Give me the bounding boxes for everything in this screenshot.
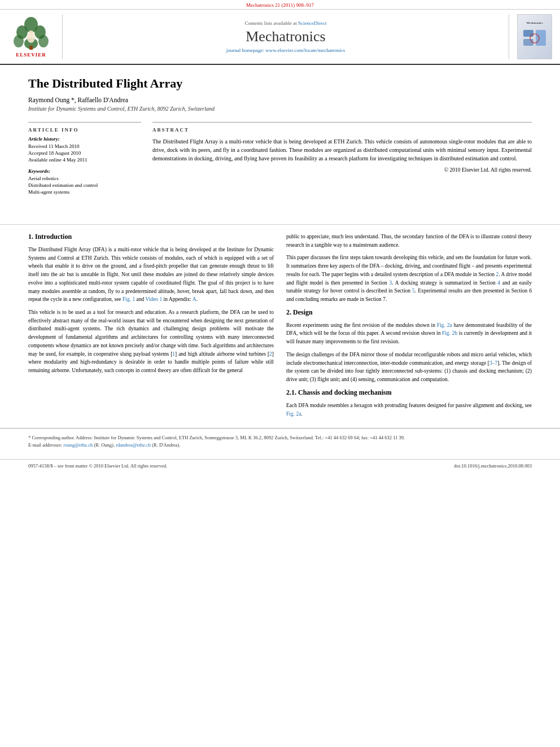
video1-link[interactable]: Video 1 bbox=[145, 296, 162, 302]
available-online-line: Available online 4 May 2011 bbox=[28, 157, 141, 163]
left-column: 1. Introduction The Distributed Flight A… bbox=[28, 233, 274, 422]
history-label: Article history: bbox=[28, 136, 141, 142]
fig1-link[interactable]: Fig. 1 bbox=[123, 296, 135, 302]
abstract-box: ABSTRACT The Distributed Flight Array is… bbox=[152, 122, 532, 196]
elsevier-brand-text: ELSEVIER bbox=[16, 52, 46, 58]
keyword-1: Aerial robotics bbox=[28, 176, 141, 181]
journal-header: ELSEVIER Contents lists available at Sci… bbox=[0, 10, 560, 65]
keyword-2: Distributed estimation and control bbox=[28, 182, 141, 188]
svg-rect-11 bbox=[536, 30, 546, 46]
doi-line: doi:10.1016/j.mechatronics.2010.08.003 bbox=[454, 463, 532, 469]
fig2a-link[interactable]: Fig. 2a bbox=[437, 322, 452, 328]
ref2-link[interactable]: 2 bbox=[269, 351, 272, 357]
email-roung[interactable]: roung@ethz.ch bbox=[63, 442, 93, 448]
chassis-section-title: 2.1. Chassis and docking mechanism bbox=[286, 388, 532, 397]
ref1-link[interactable]: 1 bbox=[172, 351, 175, 357]
article-body: The Distributed Flight Array Raymond Oun… bbox=[0, 65, 560, 216]
intro-paragraph-1: The Distributed Flight Array (DFA) is a … bbox=[28, 246, 274, 304]
abstract-text: The Distributed Flight Array is a multi-… bbox=[152, 137, 532, 163]
authors: Raymond Oung *, Raffaello D'Andrea bbox=[28, 97, 532, 103]
fig2b-link[interactable]: Fig. 2b bbox=[442, 330, 457, 336]
issn-line: 0957-4158/$ – see front matter © 2010 El… bbox=[28, 463, 167, 469]
journal-cover-image: Mechatronics bbox=[517, 14, 552, 59]
fig2a-chassis-link[interactable]: Fig. 2a bbox=[286, 411, 301, 417]
sec5-link[interactable]: 5 bbox=[412, 288, 415, 294]
design-paragraph-2: The design challenges of the DFA mirror … bbox=[286, 351, 532, 384]
elsevier-tree-icon bbox=[11, 16, 51, 50]
intro-paragraph-2: This vehicle is to be used as a tool for… bbox=[28, 308, 274, 375]
article-info-box: ARTICLE INFO Article history: Received 1… bbox=[28, 122, 141, 196]
journal-citation: Mechatronics 21 (2011) 908–917 bbox=[0, 0, 560, 10]
received-line: Received 11 March 2010 bbox=[28, 143, 141, 149]
sec2-link[interactable]: 2 bbox=[496, 272, 499, 277]
svg-point-8 bbox=[28, 30, 34, 36]
appendixa-link[interactable]: A bbox=[193, 296, 196, 302]
article-info-header: ARTICLE INFO bbox=[28, 127, 141, 133]
journal-title: Mechatronics bbox=[246, 28, 326, 45]
svg-point-3 bbox=[14, 35, 24, 47]
right-paragraph-1: public to appreciate, much less understa… bbox=[286, 233, 532, 249]
keywords-label: Keywords: bbox=[28, 168, 141, 174]
svg-rect-6 bbox=[29, 46, 33, 50]
ref3-7-link[interactable]: 3–7 bbox=[489, 360, 497, 366]
elsevier-logo: ELSEVIER bbox=[6, 14, 56, 59]
contents-available-line: Contents lists available at ScienceDirec… bbox=[245, 20, 327, 26]
journal-info-center: Contents lists available at ScienceDirec… bbox=[62, 14, 509, 59]
svg-rect-9 bbox=[523, 30, 533, 37]
footnote-star: * Corresponding author. Address: Institu… bbox=[28, 434, 532, 442]
sec4-link[interactable]: 4 bbox=[497, 280, 500, 286]
article-title: The Distributed Flight Array bbox=[28, 76, 532, 91]
section-divider bbox=[0, 224, 560, 225]
journal-homepage: journal homepage: www.elsevier.com/locat… bbox=[226, 47, 345, 53]
design-paragraph-1: Recent experiments using the first revis… bbox=[286, 321, 532, 346]
info-abstract-columns: ARTICLE INFO Article history: Received 1… bbox=[28, 122, 532, 196]
journal-thumbnail: Mechatronics bbox=[515, 14, 554, 59]
footnote-email: E-mail addresses: roung@ethz.ch (R. Oung… bbox=[28, 442, 532, 449]
accepted-line: Accepted 18 August 2010 bbox=[28, 150, 141, 156]
bottom-bar: 0957-4158/$ – see front matter © 2010 El… bbox=[0, 459, 560, 472]
chassis-paragraph-1: Each DFA module resembles a hexagon with… bbox=[286, 401, 532, 418]
affiliation: Institute for Dynamic Systems and Contro… bbox=[28, 106, 532, 112]
copyright-line: © 2010 Elsevier Ltd. All rights reserved… bbox=[152, 167, 532, 173]
cover-art-icon bbox=[520, 24, 549, 53]
right-paragraph-2: This paper discusses the first steps tak… bbox=[286, 254, 532, 303]
design-section-title: 2. Design bbox=[286, 308, 532, 317]
svg-point-4 bbox=[38, 35, 49, 47]
intro-section-title: 1. Introduction bbox=[28, 233, 274, 241]
right-column: public to appreciate, much less understa… bbox=[286, 233, 532, 422]
email-rdandrea[interactable]: rdandrea@ethz.ch bbox=[116, 442, 151, 448]
sciencedirect-link[interactable]: ScienceDirect bbox=[298, 20, 326, 26]
main-content-columns: 1. Introduction The Distributed Flight A… bbox=[0, 233, 560, 422]
sec3-link[interactable]: 3 bbox=[390, 280, 392, 286]
keyword-3: Multi-agent systems bbox=[28, 189, 141, 195]
abstract-header: ABSTRACT bbox=[152, 127, 532, 133]
keywords-section: Keywords: Aerial robotics Distributed es… bbox=[28, 168, 141, 195]
footnote-area: * Corresponding author. Address: Institu… bbox=[0, 428, 560, 455]
